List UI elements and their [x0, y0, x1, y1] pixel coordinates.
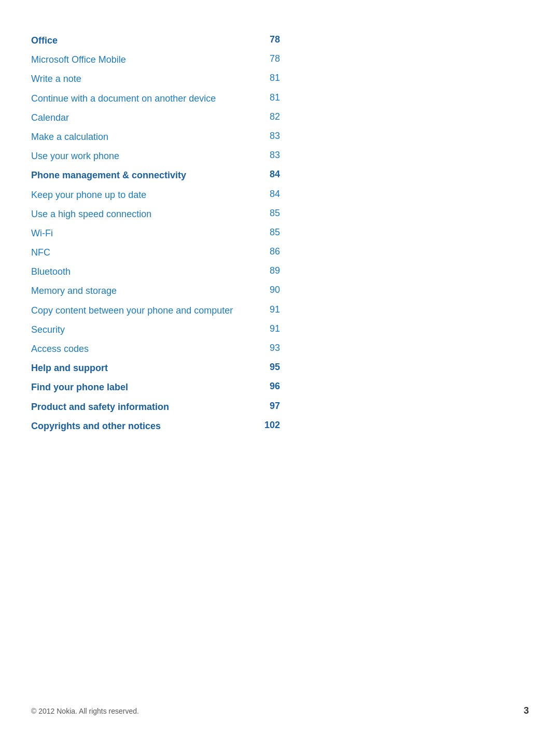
toc-entry-page: 81: [259, 92, 280, 103]
toc-entry-page: 78: [259, 53, 280, 64]
toc-entry[interactable]: Security91: [31, 320, 280, 339]
toc-entry-page: 97: [259, 401, 280, 412]
toc-entry[interactable]: Keep your phone up to date84: [31, 186, 280, 205]
toc-entry-page: 90: [259, 285, 280, 295]
toc-entry-page: 84: [259, 189, 280, 200]
toc-entry[interactable]: Office78: [31, 31, 280, 50]
toc-entry-page: 95: [259, 362, 280, 373]
toc-entry-page: 83: [259, 131, 280, 141]
toc-entry[interactable]: Copyrights and other notices102: [31, 417, 280, 436]
toc-entry-label: Keep your phone up to date: [31, 189, 259, 202]
toc-entry-label: Access codes: [31, 343, 259, 356]
toc-entry-page: 78: [259, 34, 280, 45]
toc-entry-label: Copyrights and other notices: [31, 420, 259, 433]
toc-entry-label: Product and safety information: [31, 401, 259, 414]
toc-entry[interactable]: Continue with a document on another devi…: [31, 89, 280, 108]
toc-entry[interactable]: Copy content between your phone and comp…: [31, 301, 280, 320]
toc-entry[interactable]: Help and support95: [31, 359, 280, 378]
toc-entry-label: Office: [31, 34, 259, 47]
toc-entry-label: Use a high speed connection: [31, 208, 259, 221]
footer-copyright: © 2012 Nokia. All rights reserved.: [31, 707, 139, 715]
toc-entry[interactable]: Use a high speed connection85: [31, 205, 280, 224]
toc-entry[interactable]: Write a note81: [31, 69, 280, 89]
toc-entry[interactable]: Calendar82: [31, 108, 280, 127]
toc-entry-label: Phone management & connectivity: [31, 169, 259, 182]
toc-container: Office78Microsoft Office Mobile78Write a…: [0, 0, 311, 477]
toc-entry-label: Find your phone label: [31, 381, 259, 394]
toc-entry-page: 91: [259, 304, 280, 315]
footer-page-number: 3: [524, 705, 529, 716]
toc-entry-page: 89: [259, 265, 280, 276]
toc-entry[interactable]: Make a calculation83: [31, 127, 280, 147]
toc-entry-page: 91: [259, 323, 280, 334]
toc-entry-page: 82: [259, 111, 280, 122]
toc-entry-page: 93: [259, 343, 280, 353]
toc-entry-label: Copy content between your phone and comp…: [31, 304, 259, 317]
toc-entry[interactable]: Phone management & connectivity84: [31, 166, 280, 185]
toc-entry-page: 85: [259, 208, 280, 219]
toc-entry-label: NFC: [31, 246, 259, 259]
toc-entry-page: 83: [259, 150, 280, 161]
toc-entry-label: Wi-Fi: [31, 227, 259, 240]
toc-entry[interactable]: Microsoft Office Mobile78: [31, 50, 280, 69]
toc-entry-label: Security: [31, 323, 259, 336]
toc-entry-label: Microsoft Office Mobile: [31, 53, 259, 66]
toc-entry[interactable]: Access codes93: [31, 339, 280, 359]
toc-entry-page: 84: [259, 169, 280, 180]
toc-entry-page: 81: [259, 73, 280, 83]
toc-entry-page: 96: [259, 381, 280, 392]
toc-entry[interactable]: Wi-Fi85: [31, 224, 280, 243]
toc-entry-label: Continue with a document on another devi…: [31, 92, 259, 105]
toc-entry-page: 85: [259, 227, 280, 238]
toc-entry[interactable]: Product and safety information97: [31, 398, 280, 417]
toc-entry[interactable]: Find your phone label96: [31, 378, 280, 397]
toc-entry-label: Help and support: [31, 362, 259, 375]
toc-entry-label: Use your work phone: [31, 150, 259, 163]
toc-entry[interactable]: Bluetooth89: [31, 262, 280, 281]
toc-entry-page: 86: [259, 246, 280, 257]
toc-entry-label: Make a calculation: [31, 131, 259, 144]
toc-entry-label: Memory and storage: [31, 285, 259, 297]
toc-entry-page: 102: [259, 420, 280, 431]
toc-entry-label: Bluetooth: [31, 265, 259, 278]
toc-entry[interactable]: Use your work phone83: [31, 147, 280, 166]
toc-entry[interactable]: Memory and storage90: [31, 281, 280, 301]
toc-entry-label: Calendar: [31, 111, 259, 124]
toc-entry[interactable]: NFC86: [31, 243, 280, 262]
page-footer: © 2012 Nokia. All rights reserved. 3: [0, 705, 560, 716]
toc-entry-label: Write a note: [31, 73, 259, 86]
